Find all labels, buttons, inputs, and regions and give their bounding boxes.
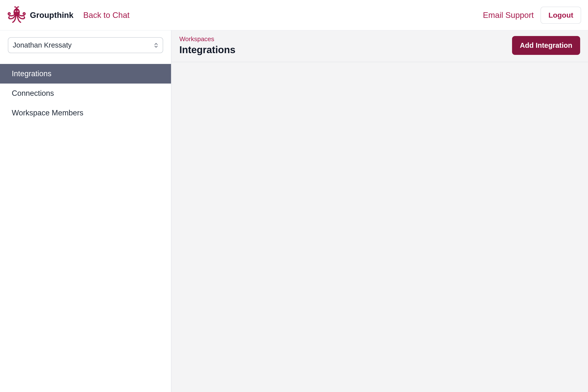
workspace-select-wrap: Jonathan Kressaty xyxy=(0,30,171,58)
logo-group[interactable]: Groupthink xyxy=(7,6,74,25)
octopus-logo-icon xyxy=(7,6,26,25)
workspace-selected-label: Jonathan Kressaty xyxy=(13,41,72,49)
sidebar-item-integrations[interactable]: Integrations xyxy=(0,64,171,84)
workspace-selector[interactable]: Jonathan Kressaty xyxy=(8,37,163,53)
header-left: Groupthink Back to Chat xyxy=(7,6,130,25)
sidebar-nav: Integrations Connections Workspace Membe… xyxy=(0,64,171,123)
back-to-chat-link[interactable]: Back to Chat xyxy=(83,10,130,20)
breadcrumb-block: Workspaces Integrations xyxy=(179,35,236,55)
app-header: Groupthink Back to Chat Email Support Lo… xyxy=(0,0,588,30)
brand-name: Groupthink xyxy=(30,10,74,20)
body-wrap: Jonathan Kressaty Integrations Connectio… xyxy=(0,30,588,392)
main-content: Workspaces Integrations Add Integration xyxy=(172,30,588,392)
sidebar-item-connections[interactable]: Connections xyxy=(0,84,171,103)
svg-point-4 xyxy=(18,11,18,12)
page-title: Integrations xyxy=(179,44,236,55)
chevron-up-down-icon xyxy=(154,43,158,48)
logout-button[interactable]: Logout xyxy=(540,6,581,24)
main-header: Workspaces Integrations Add Integration xyxy=(172,30,588,62)
header-right: Email Support Logout xyxy=(483,6,581,24)
sidebar: Jonathan Kressaty Integrations Connectio… xyxy=(0,30,172,392)
breadcrumb-workspaces[interactable]: Workspaces xyxy=(179,35,236,43)
add-integration-button[interactable]: Add Integration xyxy=(512,36,580,55)
svg-point-3 xyxy=(15,11,16,12)
sidebar-item-workspace-members[interactable]: Workspace Members xyxy=(0,103,171,123)
email-support-link[interactable]: Email Support xyxy=(483,10,534,20)
